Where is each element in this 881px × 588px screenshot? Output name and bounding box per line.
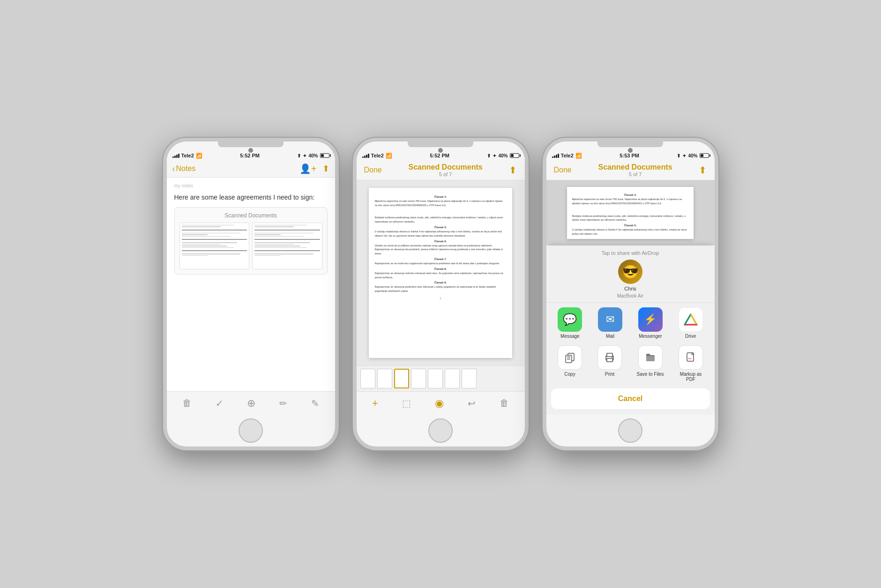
markup-pdf-icon-box: PDF: [679, 345, 703, 370]
wifi-icon: 📶: [196, 153, 202, 159]
app-message[interactable]: 💬 Message: [557, 307, 583, 339]
notes-nav: ‹ Notes 👤+ ⬆: [167, 160, 335, 178]
location-icon: ⬆: [297, 153, 301, 158]
trash-icon-2[interactable]: 🗑: [500, 398, 509, 409]
done-button-3[interactable]: Done: [554, 166, 572, 174]
add-person-icon[interactable]: 👤+: [299, 163, 317, 174]
scan-share-icon[interactable]: ⬆: [509, 164, 517, 176]
action-print[interactable]: Print: [597, 345, 623, 382]
share-icon[interactable]: ⬆: [322, 164, 329, 174]
airdrop-person-name: Chris: [624, 286, 636, 291]
svg-rect-10: [607, 353, 612, 357]
scanned-doc-title: Scanned Documents: [179, 212, 322, 219]
svg-point-12: [612, 357, 612, 358]
preview-para-1: Mjesečna najamnina za stan iznosi 700 ku…: [572, 197, 688, 206]
phone2-screen: Tele2 📶 5:52 PM ⬆ ✦ 40% Done Scanned Doc…: [357, 150, 525, 415]
strip-thumb-7[interactable]: [462, 369, 477, 388]
doc-thumb-2: [252, 223, 322, 269]
status-left-2: Tele2 📶: [362, 153, 392, 159]
svg-marker-0: [685, 314, 697, 325]
filters-icon[interactable]: ◉: [435, 397, 444, 409]
scan-heading-1: Članak 4.: [374, 195, 506, 198]
strip-thumb-2[interactable]: [377, 369, 392, 388]
home-button-3[interactable]: [618, 418, 642, 443]
trash-icon[interactable]: 🗑: [182, 398, 192, 409]
svg-line-1: [685, 314, 691, 325]
pen-icon[interactable]: ✏: [279, 398, 287, 409]
cancel-button[interactable]: Cancel: [551, 388, 710, 409]
airdrop-avatar: 😎: [618, 260, 642, 284]
back-chevron-icon: ‹: [172, 164, 175, 174]
crop-icon[interactable]: ⬚: [402, 398, 411, 409]
airdrop-person-device: MacBook Air: [617, 293, 643, 298]
strip-thumb-6[interactable]: [445, 369, 460, 388]
edit-icon[interactable]: ✎: [311, 398, 319, 409]
notes-toolbar: 🗑 ✓ ⊕ ✏ ✎: [167, 391, 335, 415]
status-right-1: ⬆ ✦ 40%: [297, 153, 329, 158]
scan-para-7: Najmoprimac se obvezuje predmetni stan o…: [374, 285, 506, 293]
notes-content: my notes Here are some lease agreements …: [167, 178, 335, 391]
action-save-files[interactable]: Save to Files: [637, 345, 664, 382]
home-button-2[interactable]: [428, 418, 453, 443]
strip-thumb-3[interactable]: [394, 369, 409, 388]
carrier-label-2: Tele2: [371, 153, 384, 158]
doc-thumbnails: [179, 223, 322, 269]
preview-heading-2: Članak 5.: [572, 224, 688, 227]
scan-share-icon-3[interactable]: ⬆: [699, 164, 707, 176]
folder-icon: [645, 352, 656, 363]
action-copy[interactable]: Copy: [557, 345, 583, 382]
plus-icon[interactable]: ⊕: [247, 397, 255, 409]
scan-nav-3: Done Scanned Documents 5 of 7 ⬆: [546, 160, 715, 180]
note-subheading: my notes: [174, 183, 328, 188]
notes-back-button[interactable]: ‹ Notes: [172, 164, 196, 174]
scan-heading-6: Članak 9.: [374, 281, 506, 284]
app-mail[interactable]: ✉ Mail: [597, 307, 623, 339]
strip-thumb-5[interactable]: [428, 369, 443, 388]
strip-thumb-1[interactable]: [360, 369, 375, 388]
message-bubble-icon: 💬: [563, 313, 577, 326]
airdrop-person[interactable]: 😎 Chris MacBook Air: [554, 260, 707, 298]
scan-para-4: Ukoliko se utvrdi da je prilikom prestan…: [374, 244, 506, 256]
signal-icon: [172, 153, 179, 158]
scan-toolbar: + ⬚ ◉ ↩ 🗑: [357, 391, 525, 415]
scan-heading-2: Članak 5.: [374, 226, 506, 229]
share-actions-row: Copy Print: [546, 343, 715, 386]
messenger-label: Messenger: [639, 334, 662, 339]
drive-triangle-icon: [684, 313, 698, 326]
doc-thumb-1: [179, 223, 250, 269]
check-icon[interactable]: ✓: [216, 398, 224, 409]
battery-icon: [320, 153, 329, 158]
share-overlay: Članak 4. Mjesečna najamnina za stan izn…: [546, 180, 715, 415]
phones-container: Tele2 📶 5:52 PM ⬆ ✦ 40% ‹ Notes 👤+: [163, 138, 718, 450]
speaker-2: [408, 141, 473, 147]
signal-icon-2: [362, 153, 369, 158]
scan-para-2: Režijske troškove predmetnog stana (vodu…: [374, 216, 506, 224]
rotate-icon[interactable]: ↩: [468, 398, 476, 409]
bluetooth-icon-2: ✦: [493, 153, 496, 158]
done-button[interactable]: Done: [364, 166, 382, 174]
carrier-label: Tele2: [181, 153, 194, 158]
camera-3: [628, 148, 633, 153]
time-label-3: 5:53 PM: [620, 153, 639, 158]
add-page-icon[interactable]: +: [372, 397, 378, 409]
app-messenger[interactable]: ⚡ Messenger: [637, 307, 663, 339]
airdrop-hint: Tap to share with AirDrop: [554, 250, 707, 256]
bluetooth-icon: ✦: [303, 153, 306, 158]
speaker: [218, 141, 284, 147]
strip-thumb-4[interactable]: [411, 369, 426, 388]
scanned-doc-card[interactable]: Scanned Documents: [174, 207, 328, 275]
doc-lines-1: [180, 223, 249, 269]
speaker-3: [597, 141, 663, 147]
mail-label: Mail: [606, 334, 614, 339]
home-button-1[interactable]: [239, 418, 263, 443]
app-drive[interactable]: Drive: [678, 307, 703, 339]
print-label: Print: [605, 372, 615, 377]
action-markup-pdf[interactable]: PDF Markup asPDF: [678, 345, 703, 382]
print-printer-icon: [604, 352, 615, 363]
message-app-icon: 💬: [558, 307, 582, 332]
time-label: 5:52 PM: [240, 153, 260, 158]
page-number: 2: [374, 297, 506, 300]
messenger-app-icon: ⚡: [638, 307, 663, 332]
message-label: Message: [560, 334, 580, 339]
drive-label: Drive: [685, 334, 696, 339]
